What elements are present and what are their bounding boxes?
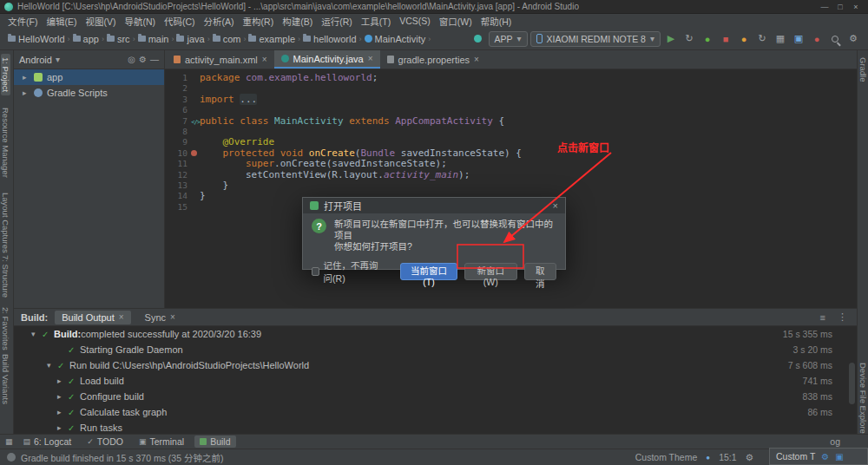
breadcrumb-item[interactable]: src [106, 34, 131, 44]
close-icon[interactable]: × [474, 55, 479, 64]
event-log-partial-label[interactable]: og [830, 436, 840, 447]
current-window-button[interactable]: 当前窗口(T) [400, 263, 457, 280]
locate-file-icon[interactable]: ◎ [128, 55, 135, 64]
hide-panel-icon[interactable]: — [150, 55, 159, 64]
menu-item-run[interactable]: 运行(R) [317, 15, 357, 28]
window-switcher-icon[interactable]: ▦ [5, 437, 13, 446]
close-icon[interactable]: × [119, 312, 124, 322]
menu-item-vcs[interactable]: VCS(S) [395, 16, 435, 26]
menu-item-analyze[interactable]: 分析(A) [200, 15, 239, 28]
build-row[interactable]: ▸ ✓ Configure build 838 ms [14, 389, 857, 404]
tool-window-button-resource-manager[interactable]: Resource Manager [1, 104, 10, 181]
minimize-button[interactable]: — [817, 3, 832, 11]
popup-gear-icon[interactable]: ⚙ [821, 452, 829, 462]
debug-button[interactable]: ● [700, 31, 715, 47]
search-everywhere-button[interactable] [827, 31, 843, 47]
tool-window-button-structure[interactable]: 7: Structure [1, 252, 10, 301]
folded-imports[interactable]: ... [240, 94, 257, 105]
tool-window-button-device-file-explorer[interactable]: Device File Explorer [858, 359, 868, 440]
menu-item-navigate[interactable]: 导航(N) [120, 15, 160, 28]
chevron-right-icon[interactable]: ▸ [57, 423, 68, 432]
close-icon[interactable]: × [368, 54, 373, 63]
menu-item-build[interactable]: 构建(B) [278, 15, 317, 28]
run-config-select[interactable]: APP▾ [489, 31, 528, 47]
device-select[interactable]: XIAOMI REDMI NOTE 8▾ [530, 31, 661, 47]
theme-label[interactable]: Custom Theme [635, 452, 698, 462]
menu-item-refactor[interactable]: 重构(R) [239, 15, 279, 28]
tool-window-button-build-variants[interactable]: Build Variants [1, 350, 10, 408]
tool-window-button-project[interactable]: 1: Project [1, 54, 10, 95]
settings-icon[interactable]: ⚙ [139, 55, 147, 64]
sync-gradle-button[interactable]: ↻ [754, 31, 770, 47]
close-icon[interactable]: × [170, 312, 175, 322]
tree-item-app[interactable]: ▸ app [14, 69, 164, 85]
chevron-right-icon[interactable]: ▸ [57, 392, 68, 401]
tab-sync[interactable]: Sync× [138, 311, 182, 324]
stop-button[interactable]: ■ [718, 31, 733, 47]
settings-icon[interactable]: ⚙ [746, 452, 753, 462]
chevron-down-icon[interactable]: ▾ [47, 361, 57, 370]
breadcrumb-item[interactable]: example [247, 34, 296, 44]
theme-notification-popup[interactable]: Custom T ⚙ ▣ [769, 448, 868, 465]
menu-item-edit[interactable]: 编辑(E) [42, 15, 81, 28]
tool-window-button-layout-captures[interactable]: Layout Captures [1, 189, 10, 257]
breadcrumb-item[interactable]: app [72, 34, 100, 44]
dialog-close-button[interactable]: × [553, 200, 558, 211]
tree-item-gradle-scripts[interactable]: ▸ Gradle Scripts [14, 85, 164, 101]
tool-window-button-logcat[interactable]: ▤6: Logcat [18, 436, 77, 448]
code-editor[interactable]: 1package com.example.helloworld; 2 3impo… [165, 69, 857, 213]
tool-window-button-gradle[interactable]: Gradle [858, 54, 868, 86]
build-row[interactable]: ▾ ✓ Run build C:\Users\hp\AndroidStudioP… [14, 357, 857, 373]
settings-button[interactable]: ⚙ [845, 31, 861, 47]
chevron-right-icon[interactable]: ▸ [57, 377, 68, 385]
tool-window-button-todo[interactable]: ✓TODO [82, 436, 128, 448]
tool-window-button-terminal[interactable]: ▣Terminal [134, 436, 189, 448]
breadcrumb-item[interactable]: com [212, 34, 242, 44]
menu-item-window[interactable]: 窗口(W) [435, 15, 477, 28]
menu-item-view[interactable]: 视图(V) [81, 15, 120, 28]
chevron-right-icon[interactable]: ▸ [57, 408, 68, 416]
breadcrumb-item[interactable]: HelloWorld [7, 34, 66, 44]
tab-gradle-properties[interactable]: gradle.properties × [380, 50, 486, 69]
status-message[interactable]: Gradle build finished in 15 s 370 ms (35… [21, 451, 223, 464]
breadcrumb-item[interactable]: MainActivity [364, 34, 427, 44]
breadcrumb-item[interactable]: java [175, 34, 205, 44]
device-manager-button[interactable]: ▣ [791, 31, 806, 47]
build-row[interactable]: ▸ ✓ Load build 741 ms [14, 373, 857, 389]
tool-window-button-favorites[interactable]: 2: Favorites [1, 304, 10, 354]
tool-window-button-build[interactable]: Build [194, 436, 235, 448]
close-icon[interactable]: × [262, 55, 267, 64]
popup-screen-icon[interactable]: ▣ [835, 452, 843, 462]
build-row[interactable]: ▾ ✓ Build: completed successfully at 202… [14, 326, 857, 342]
sdk-manager-button[interactable]: ▦ [773, 31, 788, 47]
profiler-button[interactable]: ● [736, 31, 752, 47]
breadcrumb-item[interactable]: helloworld [302, 34, 358, 44]
maximize-button[interactable]: □ [832, 3, 848, 11]
apply-changes-button[interactable]: ↻ [681, 31, 697, 47]
build-row[interactable]: ▸ ✓ Calculate task graph 86 ms [14, 404, 857, 420]
menu-item-file[interactable]: 文件(F) [3, 15, 42, 28]
caret-position[interactable]: 15:1 [719, 452, 736, 462]
tab-mainactivity-java[interactable]: MainActivity.java × [274, 50, 380, 69]
more-icon[interactable]: ⋮ [835, 311, 850, 323]
remember-checkbox[interactable]: 记住，不再询问(R) [312, 259, 386, 285]
close-button[interactable]: × [848, 3, 864, 11]
menu-item-help[interactable]: 帮助(H) [477, 15, 516, 28]
menu-item-code[interactable]: 代码(C) [160, 15, 200, 28]
menu-icon[interactable]: ≡ [818, 312, 828, 323]
project-view-selector[interactable]: Android ▾ ◎ ⚙ — [14, 50, 164, 69]
dialog-title-bar[interactable]: 打开项目 × [303, 198, 565, 213]
breadcrumb-item[interactable]: main [137, 34, 170, 44]
menu-item-tools[interactable]: 工具(T) [357, 15, 395, 28]
cancel-button[interactable]: 取消 [524, 263, 557, 280]
override-gutter-icon[interactable] [191, 150, 197, 156]
notifications-button[interactable]: ● [809, 31, 825, 47]
scrollbar[interactable] [849, 363, 855, 404]
tab-activity-main-xml[interactable]: activity_main.xml × [167, 50, 274, 69]
checkbox-icon[interactable] [312, 267, 319, 276]
run-button[interactable]: ▶ [663, 31, 679, 47]
build-row[interactable]: ✓ Starting Gradle Daemon 3 s 20 ms [14, 342, 857, 357]
tab-build-output[interactable]: Build Output× [55, 311, 130, 324]
new-window-button[interactable]: 新窗口(W) [464, 263, 516, 280]
chevron-down-icon[interactable]: ▾ [31, 330, 42, 338]
